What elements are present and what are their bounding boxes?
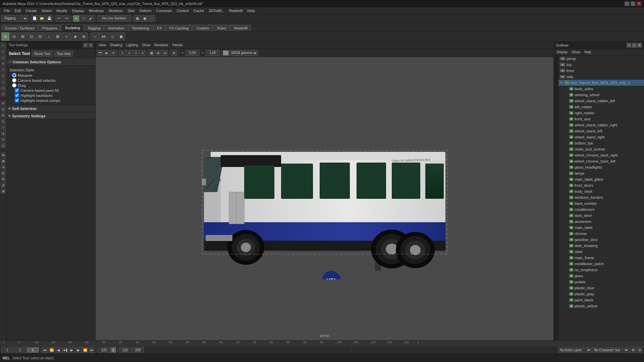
- vp-show-menu[interactable]: Show: [140, 43, 152, 47]
- outliner-item-back-number[interactable]: — ◈ back_number: [558, 200, 644, 206]
- mini-icon-b[interactable]: ⊟: [1, 107, 6, 112]
- select-button[interactable]: ✦: [73, 15, 79, 22]
- joint-icon[interactable]: ○: [91, 33, 99, 41]
- menu-display[interactable]: Display: [70, 8, 86, 13]
- viewport[interactable]: View Shading Lighting Show Renderer Pane…: [96, 42, 553, 340]
- tab-fx-caching[interactable]: FX Caching: [166, 25, 192, 31]
- menu-3dtoall[interactable]: 3DToAll...: [207, 8, 226, 13]
- anim-layer-select[interactable]: No Anim Layer: [558, 347, 592, 353]
- outliner-item-dark-steel[interactable]: — ◈ dark_steel: [558, 213, 644, 219]
- tool-help-button[interactable]: Tool Help: [54, 51, 73, 57]
- play-forward-button[interactable]: ▶: [69, 347, 75, 353]
- outliner-item-glass-headlights[interactable]: — ◈ glass_headlights: [558, 164, 644, 170]
- menu-control[interactable]: Control: [175, 8, 191, 13]
- panel-float-button[interactable]: ⊟: [83, 43, 88, 48]
- symmetry-settings-header[interactable]: ▶ Symmetry Settings: [7, 112, 95, 120]
- undo-button[interactable]: ↩: [56, 15, 62, 22]
- rbar-view4-btn[interactable]: 4: [140, 50, 146, 56]
- outliner-persp-camera[interactable]: ▣ persp: [558, 56, 644, 62]
- outliner-help-menu[interactable]: Help: [583, 50, 593, 54]
- snap-icon9[interactable]: ◈: [71, 33, 79, 41]
- next-frame-button[interactable]: ▶: [75, 347, 82, 353]
- mode-select[interactable]: Rigging: [1, 15, 28, 22]
- vp-panels-menu[interactable]: Panels: [171, 43, 184, 47]
- outliner-item-bottom-bar[interactable]: — ◈ bottom_bar: [558, 140, 644, 146]
- snap-icon6[interactable]: ↕: [45, 33, 53, 41]
- vp-view-menu[interactable]: View: [97, 43, 108, 47]
- outliner-list[interactable]: ▣ persp ▣ top ▣ front ▣ side ▼: [558, 56, 644, 340]
- outliner-item-chrome[interactable]: — ◈ chrome: [558, 231, 644, 237]
- menu-windows[interactable]: Windows: [87, 8, 106, 13]
- outliner-item-paint-black[interactable]: — ◈ paint_black: [558, 297, 644, 303]
- rbar-play-btn[interactable]: ▶: [104, 50, 110, 56]
- goto-start-button[interactable]: ⏮: [42, 347, 48, 353]
- tab-sculpting[interactable]: Sculpting: [61, 24, 84, 31]
- mini-icon-k[interactable]: ▤: [1, 164, 6, 170]
- outliner-item-main-label[interactable]: — ◈ main_label: [558, 225, 644, 231]
- outliner-item-chrome-back-left[interactable]: — ◈ wheel_chrome_back_left: [558, 158, 644, 164]
- snap-icon5[interactable]: ⊟: [36, 33, 44, 41]
- outliner-item-glass[interactable]: — ◈ glass: [558, 273, 644, 279]
- outliner-item-wheel-stand-left[interactable]: — ◈ wheel_stand_rubber_left: [558, 98, 644, 104]
- close-button[interactable]: ✕: [637, 1, 641, 6]
- open-file-button[interactable]: 📂: [39, 15, 45, 22]
- outliner-item-aluminium[interactable]: — ◈ aluminium: [558, 219, 644, 225]
- rbar-colorspace-btn[interactable]: [223, 50, 229, 56]
- rbar-view2-btn[interactable]: 2: [126, 50, 132, 56]
- menu-skin[interactable]: Skin: [125, 8, 137, 13]
- mini-move-icon[interactable]: ⤢: [1, 67, 6, 72]
- lasso-button[interactable]: ⬡: [80, 15, 87, 22]
- outliner-item-conditioners[interactable]: — ◈ conditioners: [558, 206, 644, 213]
- ctrl-icon[interactable]: ◇: [108, 33, 116, 41]
- rbar-view1-btn[interactable]: 1: [119, 50, 125, 56]
- render-btn3[interactable]: ⬛: [149, 15, 155, 22]
- common-selection-header[interactable]: ▼ Common Selection Options: [7, 58, 95, 66]
- snap-icon10[interactable]: ⊗: [80, 33, 88, 41]
- mini-icon-j[interactable]: ▣: [1, 158, 6, 164]
- outliner-item-plastic-yellow[interactable]: — ◈ plastic_yellow: [558, 303, 644, 309]
- outliner-item-body-sides[interactable]: — ◈ body_sides: [558, 86, 644, 92]
- minimize-button[interactable]: ─: [625, 1, 629, 6]
- menu-create[interactable]: Create: [24, 8, 39, 13]
- mini-icon-c[interactable]: ⊠: [1, 113, 6, 118]
- mini-scale-icon[interactable]: ⤡: [1, 79, 6, 84]
- mini-transform-icon[interactable]: ✛: [1, 61, 6, 66]
- new-file-button[interactable]: 📄: [31, 15, 38, 22]
- rbar-colorspace-select[interactable]: sRGB gamma: [229, 50, 258, 56]
- render-btn1[interactable]: ▦: [134, 15, 141, 22]
- mini-icon-d[interactable]: ⊡: [1, 119, 6, 124]
- menu-cache[interactable]: Cache: [191, 8, 206, 13]
- highlight-nearest-checkbox[interactable]: [15, 98, 19, 103]
- mini-icon-i[interactable]: ▦: [1, 152, 6, 158]
- drag-radio[interactable]: [12, 83, 16, 87]
- outliner-maximize-button[interactable]: □: [632, 43, 637, 48]
- snap-icon2[interactable]: ◎: [10, 33, 18, 41]
- mini-icon-g[interactable]: ⊗: [1, 137, 6, 142]
- timeline-end-input[interactable]: 120: [98, 347, 110, 353]
- char-set-select[interactable]: No Character Set: [592, 347, 629, 353]
- outliner-item-conditioner-patch[interactable]: — ◈ conditioner_patch: [558, 261, 644, 267]
- paint-button[interactable]: 🖌: [88, 15, 94, 22]
- redo-button[interactable]: ↪: [63, 15, 70, 22]
- vp-lighting-menu[interactable]: Lighting: [124, 43, 140, 47]
- timeline-range-end[interactable]: 200: [132, 347, 144, 353]
- live-surface-button[interactable]: No Live Surface: [97, 15, 131, 22]
- reset-tool-button[interactable]: Reset Tool: [32, 51, 52, 57]
- ik-icon[interactable]: ⋈: [100, 33, 108, 41]
- marquee-radio[interactable]: [12, 73, 16, 77]
- tab-curves-surfaces[interactable]: Curves / Surfaces: [1, 25, 38, 31]
- outliner-item-wheel-rubber-right[interactable]: — ◈ wheel_stand_rubber_right: [558, 122, 644, 128]
- outliner-item-chrome-back-right[interactable]: — ◈ wheel_chrome_back_right: [558, 152, 644, 158]
- outliner-show-menu[interactable]: Show: [570, 50, 582, 54]
- rbar-xray-btn[interactable]: ◎: [162, 50, 168, 56]
- outliner-item-rivets[interactable]: — ◈ rivets_and_screws: [558, 146, 644, 152]
- timeline-ruler[interactable]: 1 5 10 15 20 25 30 35 40 45 50 55 60 65 …: [0, 341, 644, 347]
- outliner-item-windows-borders[interactable]: — ◈ windows_borders: [558, 194, 644, 200]
- prev-frame-button[interactable]: ◀: [55, 347, 61, 353]
- mini-icon-a[interactable]: ⊞: [1, 101, 6, 106]
- outliner-item-gasoline-door[interactable]: — ◈ gasoline_door: [558, 237, 644, 243]
- play-back-button[interactable]: ◀▐: [62, 347, 68, 353]
- outliner-item-wheel-stand-left[interactable]: — ◈ wheel_stand_left: [558, 128, 644, 134]
- menu-deform[interactable]: Deform: [138, 8, 154, 13]
- menu-help[interactable]: Help: [245, 8, 257, 13]
